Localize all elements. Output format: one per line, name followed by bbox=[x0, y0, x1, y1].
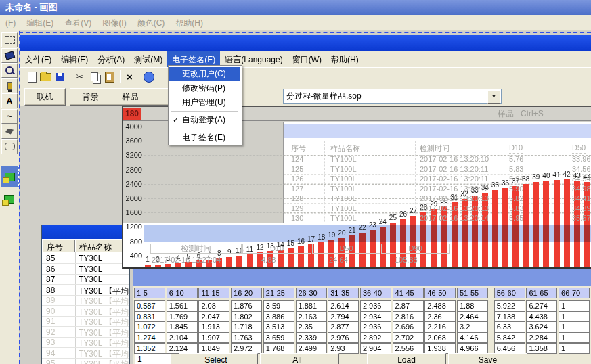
sop-file-combobox[interactable]: 分过程-微量样品.sop ▼ bbox=[283, 89, 502, 104]
history-cell: 5.90 bbox=[509, 185, 523, 193]
new-document-button[interactable] bbox=[26, 70, 39, 83]
app-menu-8[interactable]: 帮助(H) bbox=[326, 51, 364, 68]
cut-icon: ✂ bbox=[76, 72, 83, 82]
toolbar-separator bbox=[137, 70, 139, 83]
dist-cell: 1.802 bbox=[231, 311, 262, 322]
tool-magnifier-button[interactable] bbox=[1, 63, 18, 78]
y-tick-label: 1600 bbox=[123, 208, 142, 217]
magnifier-icon bbox=[5, 66, 14, 74]
object-3d-selected-button[interactable] bbox=[1, 166, 19, 187]
globe-icon bbox=[144, 72, 154, 83]
history-cell: 5.82 bbox=[509, 194, 523, 202]
app-title-bar[interactable] bbox=[20, 35, 591, 51]
delete-x-button[interactable]: × bbox=[123, 70, 136, 83]
paint-menu-item[interactable]: (F) bbox=[0, 16, 21, 28]
open-folder-button[interactable] bbox=[39, 70, 52, 83]
sample-list-name: TY30L bbox=[79, 265, 102, 274]
app-menu-4[interactable]: 测试(M) bbox=[129, 51, 167, 68]
save-button[interactable] bbox=[53, 70, 66, 83]
tool-text-button[interactable]: A bbox=[1, 93, 18, 108]
dist-cell: 5.842 bbox=[494, 332, 525, 343]
app-button-row: 分过程-微量样品.sop ▼ 联机背景样品 bbox=[20, 86, 591, 106]
dist-cell: 2.163 bbox=[296, 311, 327, 322]
dist-cell: 1.907 bbox=[198, 332, 229, 343]
result-value: 2017-02-16 13:27:04 bbox=[152, 256, 221, 264]
sample-list-num: 88 bbox=[46, 286, 55, 295]
app-button-背景[interactable]: 背景 bbox=[70, 88, 111, 106]
app-button-样品[interactable]: 样品 bbox=[110, 88, 151, 106]
object-3d-button[interactable] bbox=[1, 189, 18, 209]
dist-col-header-51-55: 51-55 bbox=[457, 288, 488, 298]
dist-cell: 2.556 bbox=[393, 343, 424, 354]
paint-menu-item[interactable]: 编辑(E) bbox=[21, 15, 59, 29]
menu-item-修改密码(P)[interactable]: 修改密码(P) bbox=[169, 81, 240, 95]
dist-cell: 5.922 bbox=[494, 300, 525, 311]
tool-rect-select-button[interactable] bbox=[1, 32, 18, 47]
sample-list-num: 87 bbox=[46, 275, 55, 284]
paint-menu-item[interactable]: 图像(I) bbox=[97, 15, 131, 29]
text-icon: A bbox=[6, 96, 12, 106]
sample-list-name: TY30L 【平均】 bbox=[79, 359, 130, 364]
dist-cell: 1.881 bbox=[296, 300, 327, 311]
dist-col-header-46-50: 46-50 bbox=[424, 288, 456, 298]
menu-item-电子签名(E)[interactable]: 电子签名(E) bbox=[169, 131, 240, 145]
paint-menu-item[interactable]: 查看(V) bbox=[59, 15, 97, 29]
polygon-icon bbox=[5, 129, 14, 135]
history-cell: 34.54 bbox=[572, 175, 591, 183]
menu-item-自动登录(A)[interactable]: 自动登录(A)✓ bbox=[169, 113, 240, 127]
dist-cell: 2.794 bbox=[328, 311, 359, 322]
distribution-title-bar[interactable] bbox=[133, 269, 591, 286]
sample-list-num: 91 bbox=[46, 317, 55, 326]
app-menu-3[interactable]: 分析(A) bbox=[93, 51, 129, 68]
y-tick-label: 4000 bbox=[123, 122, 142, 131]
sample-list-title-bar[interactable] bbox=[42, 225, 129, 239]
app-menu-7[interactable]: 窗口(W) bbox=[288, 51, 326, 68]
rounded-rectangle-icon bbox=[5, 143, 15, 150]
paste-button[interactable] bbox=[103, 70, 116, 83]
copy-button[interactable] bbox=[88, 70, 101, 83]
menu-item-更改用户(C)[interactable]: 更改用户(C) bbox=[169, 67, 240, 81]
tool-polygon-button[interactable] bbox=[1, 124, 18, 139]
cut-button[interactable]: ✂ bbox=[73, 70, 86, 83]
history-cell: 130 bbox=[291, 214, 303, 222]
result-header-D50: D50 bbox=[312, 244, 380, 254]
button-Select[interactable]: Select= bbox=[179, 353, 258, 364]
history-cell: TY100L bbox=[330, 194, 357, 202]
dist-cell: 3.659 bbox=[263, 332, 294, 343]
button-Save[interactable]: Save bbox=[448, 353, 527, 364]
paint-menu-item[interactable]: 帮助(H) bbox=[170, 15, 209, 29]
y-tick-label: 3600 bbox=[123, 137, 142, 145]
app-toolbar: ✂× bbox=[20, 67, 591, 87]
count-input[interactable]: 1 bbox=[135, 353, 171, 364]
dist-cell: 1 bbox=[559, 332, 590, 343]
result-header-D10: D10 bbox=[242, 244, 311, 254]
dist-cell: 1.849 bbox=[198, 343, 229, 354]
button-All[interactable]: All= bbox=[260, 353, 339, 364]
dist-cell: 1.913 bbox=[198, 321, 229, 332]
history-cell: 5.83 bbox=[509, 204, 523, 212]
dist-cell: 2.976 bbox=[328, 332, 359, 343]
app-menu-1[interactable]: 文件(F) bbox=[20, 51, 56, 68]
dist-cell: 2.904 bbox=[360, 343, 391, 354]
menu-item-用户管理(U)[interactable]: 用户管理(U) bbox=[169, 95, 240, 110]
paste-icon bbox=[105, 72, 114, 83]
sample-list-num: 93 bbox=[46, 338, 55, 347]
tool-brush-button[interactable] bbox=[1, 78, 18, 93]
curve-icon: ~ bbox=[7, 111, 12, 122]
combobox-dropdown-icon[interactable]: ▼ bbox=[487, 90, 500, 104]
paint-menu-item[interactable]: 颜色(C) bbox=[132, 15, 171, 29]
tool-rounded-rectangle-button[interactable] bbox=[1, 139, 18, 154]
sample-list-header-name: 样品名称 bbox=[75, 240, 129, 252]
history-cell: 2017-02-16 13:20:13 bbox=[420, 194, 489, 202]
tool-curve-button[interactable]: ~ bbox=[1, 109, 18, 124]
save-icon bbox=[56, 73, 64, 81]
tool-fill-color-button[interactable] bbox=[1, 48, 18, 63]
button-Load[interactable]: Load bbox=[367, 353, 446, 364]
app-menu-2[interactable]: 编辑(E) bbox=[56, 51, 93, 68]
signature-dropdown-menu: 更改用户(C)修改密码(P)用户管理(U)自动登录(A)✓电子签名(E) bbox=[168, 65, 242, 145]
app-button-联机[interactable]: 联机 bbox=[24, 88, 66, 106]
globe-button[interactable] bbox=[142, 70, 155, 83]
dist-cell: 2.488 bbox=[424, 300, 456, 311]
sample-list-name: TY30L bbox=[79, 275, 102, 284]
dist-cell: 2.284 bbox=[526, 332, 557, 343]
